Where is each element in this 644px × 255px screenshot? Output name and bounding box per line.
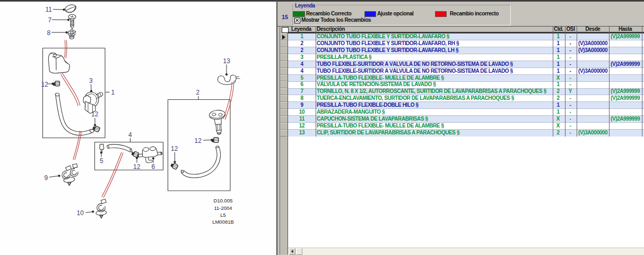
svg-text:4: 4 bbox=[128, 131, 132, 139]
svg-text:3: 3 bbox=[89, 77, 93, 84]
svg-text:8: 8 bbox=[47, 29, 51, 37]
svg-text:12: 12 bbox=[195, 137, 202, 144]
svg-text:13: 13 bbox=[223, 57, 231, 65]
svg-text:2: 2 bbox=[196, 89, 200, 96]
svg-text:1: 1 bbox=[111, 89, 115, 96]
svg-text:11: 11 bbox=[46, 6, 53, 13]
svg-text:D10.005: D10.005 bbox=[214, 198, 233, 203]
svg-text:9: 9 bbox=[45, 174, 48, 182]
svg-text:5: 5 bbox=[100, 157, 103, 165]
svg-text:12: 12 bbox=[41, 81, 49, 88]
svg-text:11-2004: 11-2004 bbox=[214, 205, 232, 211]
svg-text:10: 10 bbox=[77, 209, 84, 217]
svg-text:L5: L5 bbox=[220, 212, 226, 218]
svg-text:12: 12 bbox=[133, 163, 141, 171]
svg-text:12: 12 bbox=[91, 110, 99, 118]
svg-text:6: 6 bbox=[152, 163, 155, 171]
svg-text:LM0081B: LM0081B bbox=[212, 219, 234, 225]
svg-text:12: 12 bbox=[171, 145, 178, 152]
svg-text:7: 7 bbox=[48, 16, 52, 24]
